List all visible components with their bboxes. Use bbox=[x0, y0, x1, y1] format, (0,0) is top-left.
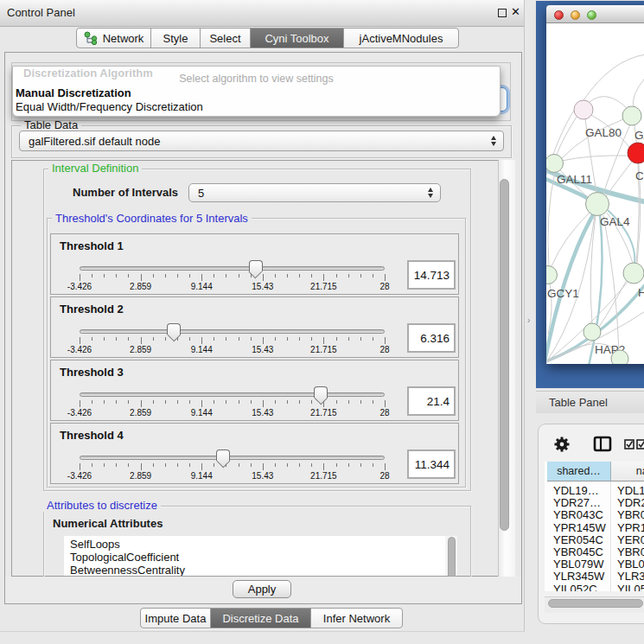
slider-thumb[interactable] bbox=[249, 260, 263, 271]
menu-item-equal-width-frequency-discretization[interactable]: Equal Width/Frequency Discretization bbox=[16, 100, 203, 113]
table-cell[interactable]: YBL079W bbox=[553, 558, 604, 571]
control-panel-tabs: NetworkStyleSelectCyni ToolboxjActiveMNo… bbox=[76, 28, 459, 48]
slider-track[interactable] bbox=[80, 456, 385, 460]
table-cell[interactable]: YDL19 bbox=[617, 484, 644, 497]
table-cell[interactable]: YDR27… bbox=[553, 496, 601, 509]
attribute-list-item[interactable]: SelfLoops bbox=[70, 538, 120, 551]
table-horizontal-scrollbar-thumb[interactable] bbox=[548, 599, 643, 608]
slider-tick bbox=[263, 463, 264, 470]
table-cell[interactable]: YER054C bbox=[553, 533, 603, 546]
network-edge[interactable] bbox=[633, 77, 644, 107]
table-cell[interactable]: YIL052C bbox=[553, 583, 597, 591]
slider-thumb[interactable] bbox=[314, 386, 328, 398]
tab-impute-data[interactable]: Impute Data bbox=[141, 609, 211, 628]
table-column-header-1[interactable]: shared… bbox=[547, 462, 611, 481]
checkbox-icon[interactable] bbox=[625, 440, 634, 449]
table-data-combobox[interactable]: galFiltered.sif default node bbox=[19, 131, 504, 151]
tab-network[interactable]: Network bbox=[77, 29, 151, 48]
network-edge[interactable] bbox=[548, 172, 555, 266]
apply-button[interactable]: Apply bbox=[233, 580, 291, 598]
network-node[interactable] bbox=[546, 155, 564, 173]
table-cell[interactable]: YER05 bbox=[617, 533, 644, 546]
vertical-scrollbar-thumb[interactable] bbox=[500, 179, 509, 531]
close-icon[interactable]: ✕ bbox=[511, 5, 520, 18]
network-edge[interactable] bbox=[590, 215, 596, 323]
gear-icon[interactable] bbox=[555, 437, 570, 452]
table-cell[interactable]: YBR04 bbox=[617, 508, 644, 521]
table-cell[interactable]: YBR04 bbox=[617, 545, 644, 558]
tab-cyni-toolbox[interactable]: Cyni Toolbox bbox=[251, 29, 344, 48]
table-cell[interactable]: YPR14 bbox=[617, 521, 644, 534]
table-data-combobox-value: galFiltered.sif default node bbox=[20, 135, 160, 148]
network-node[interactable] bbox=[546, 266, 558, 284]
network-node-label: GCY1 bbox=[547, 287, 579, 300]
threshold-value-field[interactable]: 11.344 bbox=[407, 450, 456, 479]
slider-tick bbox=[239, 400, 239, 404]
network-node[interactable] bbox=[583, 323, 601, 341]
tab-discretize-data[interactable]: Discretize Data bbox=[211, 609, 311, 628]
splitter-arrow-icon[interactable]: › bbox=[527, 316, 530, 325]
network-edge[interactable] bbox=[590, 97, 628, 109]
slider-thumb[interactable] bbox=[216, 450, 230, 461]
tab-infer-network[interactable]: Infer Network bbox=[311, 609, 402, 628]
slider-tick bbox=[336, 463, 337, 467]
table-cell[interactable]: YLR34 bbox=[617, 570, 644, 583]
attributes-list[interactable]: SelfLoopsTopologicalCoefficientBetweenne… bbox=[64, 536, 457, 576]
table-cell[interactable]: YPR145W bbox=[553, 521, 606, 534]
checkbox-icon[interactable] bbox=[637, 440, 644, 449]
network-edge[interactable] bbox=[606, 162, 632, 196]
network-node[interactable] bbox=[611, 350, 628, 364]
table-cell[interactable]: YLR345W bbox=[553, 570, 604, 583]
table-cell[interactable]: YDR27 bbox=[617, 496, 644, 509]
network-node[interactable] bbox=[574, 100, 593, 119]
number-of-intervals-spinner[interactable]: 5 bbox=[188, 183, 441, 202]
slider-tick bbox=[165, 463, 166, 467]
network-node[interactable] bbox=[622, 106, 641, 125]
network-node[interactable] bbox=[623, 263, 644, 284]
node-table[interactable]: shared…nameYDL19…YDL19YDR27…YDR27YBR043C… bbox=[545, 462, 644, 591]
attribute-list-item[interactable]: BetweennessCentrality bbox=[70, 564, 185, 576]
threshold-value-field[interactable]: 21.4 bbox=[407, 386, 456, 416]
threshold-value-field[interactable]: 6.316 bbox=[407, 323, 456, 353]
table-column-header-2[interactable]: name bbox=[611, 462, 644, 481]
slider-tick bbox=[373, 274, 373, 277]
float-window-icon[interactable] bbox=[498, 9, 507, 17]
slider-track[interactable] bbox=[80, 329, 385, 334]
table-cell[interactable]: YBR045C bbox=[553, 545, 603, 558]
attribute-list-item[interactable]: TopologicalCoefficient bbox=[70, 551, 179, 564]
minimize-traffic-light-icon[interactable] bbox=[571, 10, 580, 20]
network-node[interactable] bbox=[628, 143, 644, 163]
network-edge[interactable] bbox=[552, 213, 590, 266]
table-cell[interactable]: YBR043C bbox=[553, 508, 603, 521]
slider-thumb[interactable] bbox=[167, 323, 181, 335]
slider-tick bbox=[385, 274, 386, 281]
threshold-value-field[interactable]: 14.713 bbox=[407, 260, 456, 290]
slider-track[interactable] bbox=[80, 392, 385, 397]
slider-tick bbox=[251, 337, 252, 341]
table-cell[interactable]: YIL05 bbox=[617, 583, 644, 591]
network-edge[interactable] bbox=[562, 156, 628, 161]
tab-label: Impute Data bbox=[145, 612, 207, 625]
slider-tick bbox=[336, 337, 337, 341]
slider-track[interactable] bbox=[80, 266, 385, 271]
slider-tick bbox=[287, 274, 288, 277]
cyni-bottom-tabs: Impute DataDiscretize DataInfer Network bbox=[140, 608, 403, 628]
slider-tick bbox=[287, 400, 288, 404]
list-scrollbar-thumb[interactable] bbox=[448, 537, 456, 577]
close-traffic-light-icon[interactable] bbox=[554, 10, 564, 20]
table-cell[interactable]: YBL07 bbox=[617, 558, 644, 571]
tab-style[interactable]: Style bbox=[151, 29, 201, 48]
interval-definition-title: Interval Definition bbox=[48, 163, 142, 175]
slider-tick bbox=[275, 400, 276, 404]
network-edge[interactable] bbox=[603, 215, 619, 350]
network-node[interactable] bbox=[586, 193, 609, 216]
columns-icon[interactable] bbox=[595, 437, 610, 450]
zoom-traffic-light-icon[interactable] bbox=[587, 10, 596, 20]
tab-jactivemnodules[interactable]: jActiveMNodules bbox=[344, 29, 458, 48]
slider-tick-label: 15.43 bbox=[252, 282, 273, 291]
table-cell[interactable]: YDL19… bbox=[553, 484, 599, 497]
network-canvas[interactable]: GAL80GACGAL11GAL4GCY1HHAP2 bbox=[546, 23, 644, 364]
tab-select[interactable]: Select bbox=[201, 29, 251, 48]
network-window-titlebar[interactable] bbox=[546, 5, 644, 23]
menu-item-manual-discretization[interactable]: Manual Discretization bbox=[16, 86, 131, 99]
